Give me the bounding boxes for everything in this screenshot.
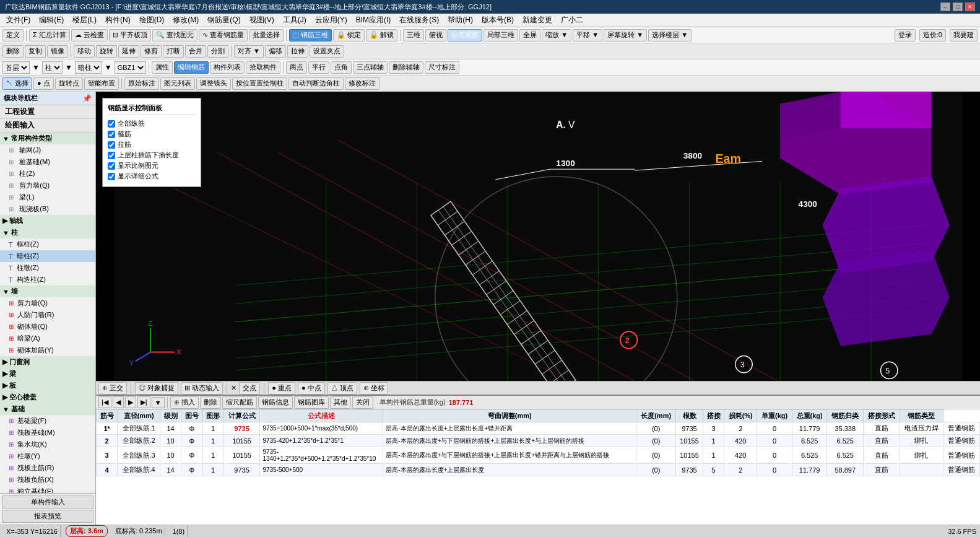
toolbar-btn-point[interactable]: ● 点 [33, 77, 54, 90]
toolbar-btn-price[interactable]: 造价:0 [919, 29, 946, 41]
toolbar-btn-fullscreen[interactable]: 全屏 [519, 29, 540, 41]
menu-item-编辑e[interactable]: 编辑(E) [35, 14, 67, 27]
tree-section-beam[interactable]: ▶ 梁 [0, 368, 95, 380]
code-select[interactable]: GBZ1 [115, 61, 146, 74]
toolbar-btn-select[interactable]: ↖ 选择 [2, 77, 32, 90]
toolbar-btn-delete-row[interactable]: 删除 [200, 396, 221, 409]
menu-item-新建变更[interactable]: 新建变更 [519, 14, 556, 27]
tree-section-door-window[interactable]: ▶ 门窗洞 [0, 356, 95, 368]
toolbar-btn-pick-component[interactable]: 拾取构件 [246, 61, 280, 74]
tree-section-hollow-slab[interactable]: ▶ 空心楼盖 [0, 391, 95, 403]
minimize-button[interactable]: ─ [940, 2, 950, 11]
toolbar-btn-rebar-info[interactable]: 钢筋信息 [258, 396, 293, 409]
toolbar-btn-find[interactable]: 🔍 查找图元 [152, 29, 197, 41]
menu-item-修改m[interactable]: 修改(M) [169, 14, 202, 27]
toolbar-btn-scale-rebar[interactable]: 缩尺配筋 [222, 396, 257, 409]
toolbar-btn-set-grip[interactable]: 设置夹点 [310, 45, 344, 58]
toolbar-btn-element-list[interactable]: 图元列表 [160, 77, 195, 90]
toolbar-btn-unlock[interactable]: 🔓 解锁 [366, 29, 397, 41]
toolbar-btn-insert-row[interactable]: ⊕ 插入 [170, 396, 199, 409]
floor-select[interactable]: 首层 [2, 61, 30, 74]
toolbar-btn-merge[interactable]: 合并 [185, 45, 206, 58]
tree-item-beam-common[interactable]: ⊞ 梁(L) [0, 191, 95, 203]
subtype-select[interactable]: 暗柱 [75, 61, 102, 74]
tree-item-raft-main-rebar[interactable]: ⊞ 筏板主筋(R) [0, 462, 95, 474]
menu-item-在线服务s[interactable]: 在线服务(S) [396, 14, 443, 27]
maximize-button[interactable]: □ [953, 2, 963, 11]
toolbar-btn-place-column[interactable]: 按位置置绘制柱 [232, 77, 287, 90]
menu-item-文件f[interactable]: 文件(F) [2, 14, 34, 27]
table-row[interactable]: 4全部纵筋.414Φ197359735-500+500层高-本层的露出长度+上层… [97, 464, 980, 476]
menu-item-帮助h[interactable]: 帮助(H) [444, 14, 477, 27]
toolbar-btn-two-point[interactable]: 两点 [286, 61, 307, 74]
toolbar-btn-mirror[interactable]: 镜像 [47, 45, 68, 58]
nav-prev[interactable]: ◀ [113, 396, 124, 408]
toolbar-btn-smart-layout[interactable]: 智能布置 [84, 77, 119, 90]
tree-item-col-cap[interactable]: ⊞ 柱墩(Y) [0, 450, 95, 462]
toolbar-btn-ortho[interactable]: ⊕ 正交 [98, 382, 127, 395]
menu-item-视图v[interactable]: 视图(V) [246, 14, 278, 27]
menu-item-云应用y[interactable]: 云应用(Y) [311, 14, 351, 27]
table-row[interactable]: 3全部纵筋.310Φ1101559735-1340+1.2*35*d+500+1… [97, 447, 980, 464]
nav-next[interactable]: ▶ [125, 396, 136, 408]
tree-section-wall[interactable]: ▼ 墙 [0, 286, 95, 297]
toolbar-btn-dimension[interactable]: 尺寸标注 [425, 61, 459, 74]
toolbar-btn-local-3d[interactable]: 局部三维 [483, 29, 518, 41]
menu-item-构件n[interactable]: 构件(N) [102, 14, 134, 27]
toolbar-btn-parallel[interactable]: 平行 [308, 61, 329, 74]
nav-down[interactable]: ▼ [152, 397, 165, 408]
toolbar-btn-edit-rebar[interactable]: 编辑钢筋 [174, 61, 209, 74]
toolbar-btn-close[interactable]: 关闭 [352, 396, 373, 409]
tree-item-isolated-foundation[interactable]: ⊞ 独立基础(F) [0, 486, 95, 493]
tree-section-drawing[interactable]: 绘图输入 [0, 119, 95, 133]
type-select[interactable]: 柱 [42, 61, 63, 74]
toolbar-btn-property[interactable]: 属性 [152, 61, 173, 74]
tree-item-common-types[interactable]: ▼ 常用构件类型 [0, 133, 95, 144]
toolbar-btn-batch-select[interactable]: 批量选择 [249, 29, 284, 41]
tree-item-column-common[interactable]: ⊞ 柱(Z) [0, 168, 95, 180]
tree-item-hidden-col[interactable]: T 暗柱(Z) [0, 250, 95, 262]
tree-section-foundation[interactable]: ▼ 基础 [0, 403, 95, 415]
toolbar-btn-angle-point[interactable]: 点角 [331, 61, 352, 74]
toolbar-btn-rotate[interactable]: 屏幕旋转 ▼ [604, 29, 647, 41]
table-row[interactable]: 2全部纵筋.210Φ1101559735-420+1.2*35*d+1.2*35… [97, 435, 980, 447]
toolbar-btn-help[interactable]: 我要建 [950, 29, 978, 41]
toolbar-btn-copy[interactable]: 复制 [25, 45, 46, 58]
menu-item-工具j[interactable]: 工具(J) [279, 14, 310, 27]
toolbar-btn-intersection[interactable]: 交点 [239, 382, 260, 395]
toolbar-btn-login[interactable]: 登录 [895, 29, 916, 41]
tree-item-foundation-beam[interactable]: ⊞ 基础梁(F) [0, 415, 95, 427]
single-component-input[interactable]: 单构件输入 [2, 496, 93, 509]
menu-item-钢筋量q[interactable]: 钢筋量(Q) [204, 14, 244, 27]
nav-last[interactable]: ▶| [137, 396, 150, 408]
toolbar-btn-view-rebar[interactable]: ∿ 查看钢筋量 [199, 29, 248, 41]
toolbar-btn-lock[interactable]: 🔒 锁定 [333, 29, 365, 41]
toolbar-btn-pan[interactable]: 平移 ▼ [573, 29, 602, 41]
tree-item-constr-col[interactable]: T 构造柱(Z) [0, 274, 95, 286]
toolbar-btn-move[interactable]: 移动 [74, 45, 95, 58]
toolbar-btn-edit-annotation[interactable]: 修改标注 [345, 77, 379, 90]
tree-item-raft-neg-rebar[interactable]: ⊞ 筏板负筋(X) [0, 474, 95, 486]
toolbar-btn-center[interactable]: ● 中点 [298, 382, 325, 395]
tree-section-engineering[interactable]: 工程设置 [0, 105, 95, 119]
toolbar-btn-dynamic-view[interactable]: 动态观察 [448, 29, 482, 41]
toolbar-btn-3d-view[interactable]: 三维 [403, 29, 424, 41]
tree-item-raft-foundation[interactable]: ⊞ 筏板基础(M) [0, 427, 95, 439]
tree-item-slab-common[interactable]: ⊞ 现浇板(B) [0, 203, 95, 215]
toolbar-btn-extend[interactable]: 延伸 [118, 45, 139, 58]
toolbar-btn-orig-annotation[interactable]: 原始标注 [124, 77, 159, 90]
toolbar-btn-trim[interactable]: 修剪 [141, 45, 162, 58]
toolbar-btn-summarize[interactable]: Σ 汇总计算 [29, 29, 70, 41]
nav-first[interactable]: |◀ [98, 396, 111, 408]
toolbar-btn-zoom[interactable]: 缩放 ▼ [542, 29, 571, 41]
menu-item-版本号b[interactable]: 版本号(B) [478, 14, 518, 27]
3d-scene[interactable]: 1300 3800 4300 A. V 2 3 5 [96, 92, 980, 395]
toolbar-btn-rebar-3d[interactable]: ⬚ 钢筋三维 [289, 29, 332, 41]
tree-item-pier-col[interactable]: T 柱墩(Z) [0, 262, 95, 274]
tree-item-frame-col[interactable]: T 框柱(Z) [0, 238, 95, 250]
toolbar-btn-delete-aux[interactable]: 删除辅轴 [389, 61, 423, 74]
toolbar-btn-top-view[interactable]: 俯视 [425, 29, 446, 41]
menu-item-绘图d[interactable]: 绘图(D) [136, 14, 168, 27]
toolbar-btn-rotate-point[interactable]: 旋转点 [55, 77, 83, 90]
tree-item-shearwall[interactable]: ⊞ 剪力墙(Q) [0, 297, 95, 309]
